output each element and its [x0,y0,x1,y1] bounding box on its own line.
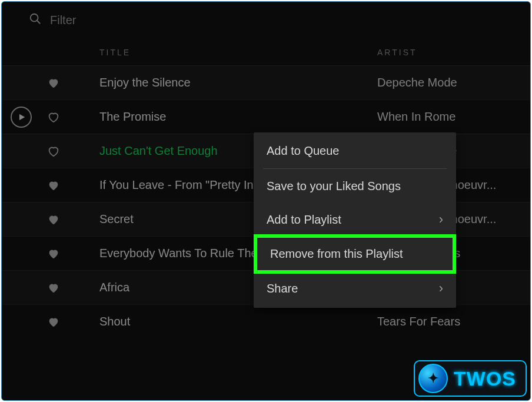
track-title: The Promise [99,110,377,124]
search-icon [29,12,50,28]
ctx-save-liked[interactable]: Save to your Liked Songs [254,170,456,202]
track-artist: Tears For Fears [377,315,530,328]
ctx-label: Remove from this Playlist [270,247,403,261]
column-headers: TITLE ARTIST [2,42,530,65]
track-title: Enjoy the Silence [99,76,377,89]
play-button[interactable] [11,107,32,128]
ctx-divider [263,168,447,169]
svg-line-1 [37,21,41,24]
column-artist: ARTIST [377,48,530,57]
track-artist: When In Rome [377,110,530,124]
like-button[interactable] [41,111,66,124]
column-title: TITLE [99,48,377,57]
watermark-text: TWOS [454,367,516,390]
context-menu: Add to Queue Save to your Liked Songs Ad… [254,132,456,308]
ctx-label: Add to Queue [267,144,339,158]
like-button[interactable] [41,213,66,226]
track-row[interactable]: ShoutTears For Fears [2,304,530,338]
app-frame: TITLE ARTIST Enjoy the SilenceDepeche Mo… [1,1,531,401]
track-row[interactable]: The PromiseWhen In Rome [2,99,530,134]
ctx-add-playlist[interactable]: Add to Playlist › [254,202,456,237]
track-row[interactable]: Enjoy the SilenceDepeche Mode [2,65,530,99]
like-button[interactable] [41,315,66,328]
filter-row [2,2,530,42]
watermark-badge: ✦ TWOS [414,360,527,397]
chevron-right-icon: › [439,212,443,227]
track-title: Shout [99,315,377,328]
ctx-label: Save to your Liked Songs [267,180,401,193]
ctx-remove-from-playlist[interactable]: Remove from this Playlist [254,234,456,274]
like-button[interactable] [41,247,66,260]
ctx-share[interactable]: Share › [254,271,456,305]
like-button[interactable] [41,179,66,192]
like-button[interactable] [41,145,66,158]
chevron-right-icon: › [439,281,443,296]
ctx-label: Share [267,282,298,295]
track-artist: Depeche Mode [377,76,530,89]
watermark-logo-icon: ✦ [418,364,448,393]
filter-input[interactable] [50,14,168,27]
ctx-add-to-queue[interactable]: Add to Queue [254,135,456,167]
svg-point-0 [31,14,38,22]
like-button[interactable] [41,77,66,89]
like-button[interactable] [41,281,66,294]
ctx-label: Add to Playlist [267,213,341,227]
